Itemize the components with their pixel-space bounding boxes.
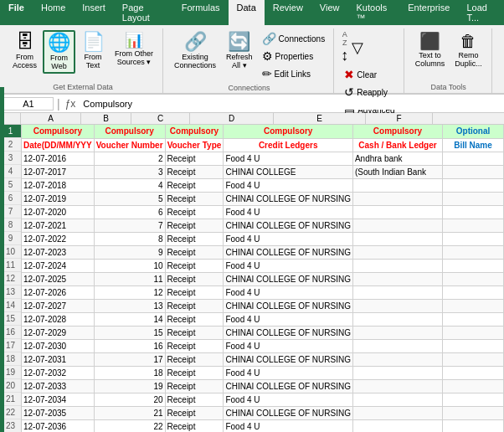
cell-bill[interactable] <box>443 339 504 352</box>
cell-cash[interactable] <box>352 352 442 366</box>
cell-date[interactable]: 12-07-2033 <box>22 379 94 393</box>
cell-cash[interactable] <box>352 339 442 352</box>
cell-reference[interactable] <box>3 97 54 111</box>
cell-date[interactable]: 12-07-2017 <box>22 165 94 178</box>
tab-load[interactable]: Load T... <box>458 0 504 25</box>
cell-bill[interactable] <box>443 165 504 178</box>
cell-credit[interactable]: CHINAI COLLEGE OF NURSING <box>224 326 352 339</box>
cell-bill[interactable] <box>443 232 504 245</box>
cell-voucher[interactable]: 21 <box>94 406 165 419</box>
cell-voucher[interactable]: 3 <box>94 165 165 178</box>
h1-f[interactable]: Optional <box>443 125 504 138</box>
cell-cash[interactable] <box>352 393 442 406</box>
cell-type[interactable]: Receipt <box>165 406 224 419</box>
cell-date[interactable]: 12-07-2032 <box>22 366 94 379</box>
tab-data[interactable]: Data <box>229 0 265 25</box>
cell-credit[interactable]: CHINAI COLLEGE OF NURSING <box>224 299 352 312</box>
h2-a[interactable]: Date(DD/MM/YYY <box>22 138 94 152</box>
cell-date[interactable]: 12-07-2024 <box>22 259 94 272</box>
cell-type[interactable]: Receipt <box>165 339 224 352</box>
cell-type[interactable]: Receipt <box>165 152 224 165</box>
h1-c[interactable]: Compulsory <box>165 125 224 138</box>
h1-b[interactable]: Compulsory <box>94 125 165 138</box>
col-header-d[interactable]: D <box>190 113 274 124</box>
cell-date[interactable]: 12-07-2021 <box>22 219 94 232</box>
cell-bill[interactable] <box>443 393 504 406</box>
cell-voucher[interactable]: 4 <box>94 178 165 192</box>
col-header-c[interactable]: C <box>131 113 190 124</box>
cell-cash[interactable] <box>352 245 442 259</box>
cell-type[interactable]: Receipt <box>165 419 224 432</box>
cell-bill[interactable] <box>443 192 504 205</box>
tab-home[interactable]: Home <box>33 0 74 25</box>
text-to-columns-button[interactable]: ⬛ Text toColumns <box>411 30 450 70</box>
cell-cash[interactable] <box>352 419 442 432</box>
filter-icon-large[interactable]: ▽ <box>352 39 363 57</box>
cell-bill[interactable] <box>443 219 504 232</box>
cell-bill[interactable] <box>443 259 504 272</box>
cell-bill[interactable] <box>443 379 504 393</box>
function-icon[interactable]: ƒx <box>64 98 78 110</box>
h2-b[interactable]: Voucher Number <box>94 138 165 152</box>
cell-cash[interactable] <box>352 326 442 339</box>
cell-voucher[interactable]: 14 <box>94 312 165 326</box>
cell-credit[interactable]: Food 4 U <box>224 259 352 272</box>
cell-cash[interactable]: (South Indian Bank <box>352 165 442 178</box>
cell-bill[interactable] <box>443 152 504 165</box>
h2-f[interactable]: Bill Name <box>443 138 504 152</box>
cell-voucher[interactable]: 12 <box>94 285 165 299</box>
cell-type[interactable]: Receipt <box>165 165 224 178</box>
cell-cash[interactable] <box>352 232 442 245</box>
cell-voucher[interactable]: 19 <box>94 379 165 393</box>
cell-voucher[interactable]: 22 <box>94 419 165 432</box>
cell-date[interactable]: 12-07-2029 <box>22 326 94 339</box>
cell-bill[interactable] <box>443 419 504 432</box>
tab-file[interactable]: File <box>0 0 33 25</box>
cell-credit[interactable]: CHINAI COLLEGE OF NURSING <box>224 406 352 419</box>
cell-voucher[interactable]: 9 <box>94 245 165 259</box>
cell-credit[interactable]: CHINAI COLLEGE OF NURSING <box>224 379 352 393</box>
h1-a[interactable]: Compulsory <box>22 125 94 138</box>
cell-type[interactable]: Receipt <box>165 178 224 192</box>
col-header-b[interactable]: B <box>81 113 131 124</box>
cell-bill[interactable] <box>443 366 504 379</box>
cell-cash[interactable]: Andhra bank <box>352 152 442 165</box>
cell-cash[interactable] <box>352 192 442 205</box>
cell-cash[interactable] <box>352 178 442 192</box>
cell-date[interactable]: 12-07-2028 <box>22 312 94 326</box>
cell-credit[interactable]: Food 4 U <box>224 419 352 432</box>
cell-type[interactable]: Receipt <box>165 352 224 366</box>
cell-type[interactable]: Receipt <box>165 285 224 299</box>
cell-date[interactable]: 12-07-2018 <box>22 178 94 192</box>
cell-bill[interactable] <box>443 312 504 326</box>
clear-button[interactable]: ✖ Clear <box>341 66 398 83</box>
cell-credit[interactable]: Food 4 U <box>224 178 352 192</box>
from-web-button[interactable]: 🌐 FromWeb <box>43 30 75 74</box>
cell-cash[interactable] <box>352 312 442 326</box>
cell-voucher[interactable]: 17 <box>94 352 165 366</box>
cell-credit[interactable]: Food 4 U <box>224 232 352 245</box>
cell-type[interactable]: Receipt <box>165 219 224 232</box>
cell-date[interactable]: 12-07-2027 <box>22 299 94 312</box>
cell-voucher[interactable]: 15 <box>94 326 165 339</box>
cell-voucher[interactable]: 7 <box>94 219 165 232</box>
cell-cash[interactable] <box>352 219 442 232</box>
cell-date[interactable]: 12-07-2019 <box>22 192 94 205</box>
col-header-f[interactable]: F <box>366 113 433 124</box>
tab-enterprise[interactable]: Enterprise <box>399 0 458 25</box>
cell-date[interactable]: 12-07-2026 <box>22 285 94 299</box>
cell-cash[interactable] <box>352 272 442 285</box>
connections-button[interactable]: 🔗 Connections <box>259 30 329 47</box>
cell-type[interactable]: Receipt <box>165 232 224 245</box>
cell-credit[interactable]: CHINAI COLLEGE OF NURSING <box>224 245 352 259</box>
tab-review[interactable]: Review <box>265 0 311 25</box>
cell-date[interactable]: 12-07-2034 <box>22 393 94 406</box>
cell-date[interactable]: 12-07-2035 <box>22 406 94 419</box>
cell-credit[interactable]: Food 4 U <box>224 366 352 379</box>
cell-bill[interactable] <box>443 406 504 419</box>
h2-d[interactable]: Credit Ledgers <box>224 138 352 152</box>
cell-voucher[interactable]: 10 <box>94 259 165 272</box>
cell-voucher[interactable]: 16 <box>94 339 165 352</box>
cell-credit[interactable]: Food 4 U <box>224 205 352 219</box>
cell-date[interactable]: 12-07-2036 <box>22 419 94 432</box>
